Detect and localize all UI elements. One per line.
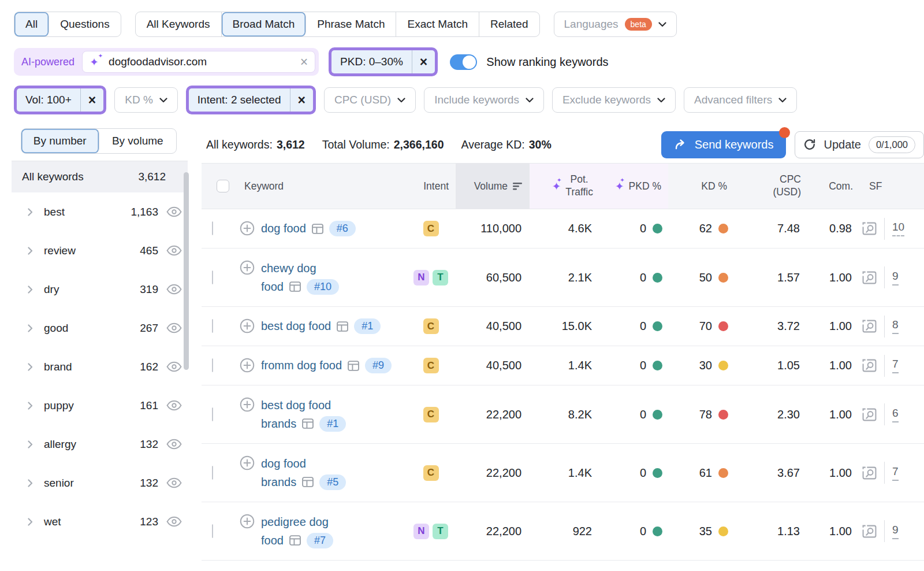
- remove-pkd-filter-icon[interactable]: ×: [412, 50, 435, 73]
- add-keyword-icon[interactable]: [240, 221, 255, 236]
- sidebar-group-puppy[interactable]: puppy161: [12, 386, 188, 425]
- keyword-link[interactable]: brands: [261, 476, 296, 489]
- keyword-link[interactable]: brands: [261, 417, 296, 431]
- sf-count[interactable]: 7: [892, 358, 899, 373]
- row-checkbox[interactable]: [212, 407, 213, 421]
- eye-icon[interactable]: [166, 206, 182, 217]
- languages-dropdown[interactable]: Languages beta: [554, 12, 677, 37]
- column-cpc[interactable]: CPC(USD): [734, 164, 808, 209]
- sf-count[interactable]: 8: [892, 318, 899, 334]
- sidebar-group-brand[interactable]: brand162: [12, 347, 188, 386]
- position-badge[interactable]: #1: [354, 318, 381, 334]
- position-badge[interactable]: #5: [319, 474, 346, 490]
- tab-related[interactable]: Related: [479, 12, 539, 36]
- serp-preview-icon[interactable]: [862, 359, 877, 372]
- filter-chip-intent-2-selected[interactable]: Intent: 2 selected×: [189, 88, 313, 112]
- chevron-right-icon[interactable]: [28, 518, 33, 526]
- remove-filter-icon[interactable]: ×: [81, 88, 103, 112]
- column-keyword[interactable]: Keyword: [235, 164, 406, 209]
- keyword-link[interactable]: chewy dog: [261, 262, 316, 275]
- column-pkd[interactable]: ✦ PKD %: [600, 164, 668, 209]
- show-ranking-keywords-toggle[interactable]: [450, 54, 477, 70]
- keyword-link[interactable]: best dog food: [261, 399, 331, 412]
- tab-all-keywords[interactable]: All Keywords: [136, 12, 222, 36]
- serp-icon[interactable]: [289, 535, 301, 546]
- row-checkbox[interactable]: [212, 221, 213, 235]
- serp-preview-icon[interactable]: [862, 271, 877, 284]
- serp-preview-icon[interactable]: [862, 408, 877, 421]
- row-checkbox[interactable]: [212, 319, 213, 333]
- serp-icon[interactable]: [312, 224, 323, 234]
- sidebar-group-good[interactable]: good267: [12, 309, 188, 347]
- eye-icon[interactable]: [166, 477, 182, 488]
- serp-icon[interactable]: [302, 477, 314, 487]
- keyword-link[interactable]: pedigree dog: [261, 516, 329, 529]
- tab-broad-match[interactable]: Broad Match: [222, 12, 307, 36]
- column-volume[interactable]: Volume: [456, 164, 530, 209]
- filter-dropdown-exclude-keywords[interactable]: Exclude keywords: [552, 87, 676, 113]
- add-keyword-icon[interactable]: [240, 397, 255, 412]
- position-badge[interactable]: #6: [329, 221, 356, 236]
- tab-all[interactable]: All: [14, 12, 49, 36]
- pkd-filter-chip[interactable]: PKD: 0–30% ×: [331, 50, 435, 73]
- row-checkbox[interactable]: [212, 270, 213, 284]
- row-checkbox[interactable]: [212, 466, 213, 480]
- eye-icon[interactable]: [166, 400, 182, 411]
- chevron-right-icon[interactable]: [28, 440, 33, 448]
- tab-exact-match[interactable]: Exact Match: [396, 12, 479, 36]
- tab-phrase-match[interactable]: Phrase Match: [306, 12, 396, 36]
- sidebar-group-best[interactable]: best1,163: [12, 192, 188, 231]
- chevron-right-icon[interactable]: [28, 479, 33, 487]
- sidebar-group-senior[interactable]: senior132: [12, 464, 188, 502]
- filter-dropdown-cpc-usd[interactable]: CPC (USD): [324, 87, 416, 113]
- all-keywords-group-row[interactable]: All keywords 3,612: [12, 161, 188, 192]
- keyword-link[interactable]: food: [261, 280, 284, 294]
- tab-questions[interactable]: Questions: [49, 12, 121, 36]
- sf-count[interactable]: 7: [892, 465, 899, 481]
- keyword-link[interactable]: fromm dog food: [261, 359, 342, 372]
- sidebar-view-by-number[interactable]: By number: [21, 129, 99, 153]
- filter-dropdown-include-keywords[interactable]: Include keywords: [424, 87, 544, 113]
- eye-icon[interactable]: [166, 439, 182, 450]
- sidebar-scrollbar[interactable]: [184, 172, 189, 370]
- sf-count[interactable]: 9: [892, 270, 899, 286]
- filter-dropdown-kd[interactable]: KD %: [114, 87, 178, 113]
- position-badge[interactable]: #1: [319, 416, 346, 432]
- sf-count[interactable]: 6: [892, 407, 899, 422]
- send-keywords-button[interactable]: Send keywords: [661, 131, 787, 158]
- row-checkbox[interactable]: [212, 358, 213, 372]
- chevron-right-icon[interactable]: [28, 208, 33, 216]
- keyword-link[interactable]: food: [261, 534, 284, 547]
- filter-dropdown-advanced-filters[interactable]: Advanced filters: [684, 87, 797, 113]
- position-badge[interactable]: #7: [307, 533, 333, 548]
- clear-search-icon[interactable]: ×: [300, 55, 308, 69]
- chevron-right-icon[interactable]: [28, 402, 33, 410]
- eye-icon[interactable]: [166, 245, 182, 256]
- sidebar-group-allergy[interactable]: allergy132: [12, 425, 188, 464]
- eye-icon[interactable]: [166, 284, 182, 295]
- column-com[interactable]: Com.: [808, 164, 860, 209]
- add-keyword-icon[interactable]: [240, 260, 255, 275]
- add-keyword-icon[interactable]: [240, 514, 255, 529]
- select-all-checkbox[interactable]: [217, 180, 229, 192]
- sidebar-group-review[interactable]: review465: [12, 231, 188, 270]
- keyword-link[interactable]: dog food: [261, 222, 306, 235]
- keyword-link[interactable]: best dog food: [261, 320, 331, 333]
- sidebar-group-dry[interactable]: dry319: [12, 270, 188, 309]
- remove-filter-icon[interactable]: ×: [290, 88, 313, 112]
- add-keyword-icon[interactable]: [240, 358, 255, 373]
- chevron-right-icon[interactable]: [28, 363, 33, 371]
- column-kd[interactable]: KD %: [668, 164, 734, 209]
- serp-icon[interactable]: [289, 281, 301, 292]
- chevron-right-icon[interactable]: [28, 324, 33, 332]
- search-input[interactable]: ✦ dogfoodadvisor.com ×: [82, 51, 315, 73]
- add-keyword-icon[interactable]: [240, 318, 255, 333]
- sidebar-view-by-volume[interactable]: By volume: [99, 129, 177, 153]
- eye-icon[interactable]: [166, 516, 182, 527]
- chevron-right-icon[interactable]: [28, 286, 33, 294]
- chevron-right-icon[interactable]: [28, 247, 33, 255]
- serp-icon[interactable]: [348, 361, 359, 371]
- keyword-link[interactable]: dog food: [261, 457, 306, 470]
- serp-preview-icon[interactable]: [862, 222, 877, 235]
- eye-icon[interactable]: [166, 322, 182, 333]
